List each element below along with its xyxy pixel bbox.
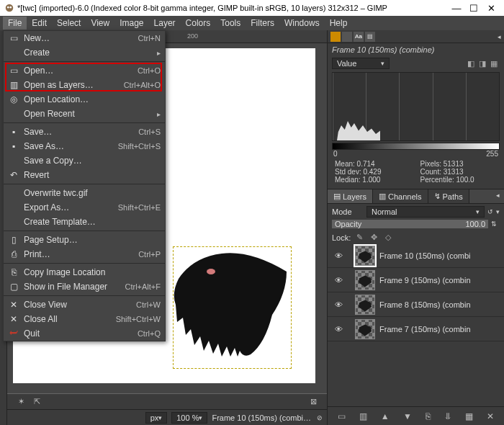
menu-colors[interactable]: Colors [181, 17, 216, 30]
menu-item[interactable]: ⮨QuitCtrl+Q [4, 326, 165, 341]
menu-item[interactable]: ⎘Copy Image Location [4, 265, 165, 279]
menu-item-label: Print… [19, 249, 138, 259]
layer-name: Frame 7 (150ms) (combin [379, 325, 471, 334]
raise-layer-icon[interactable]: ▲ [381, 411, 390, 421]
menu-select[interactable]: Select [52, 17, 86, 30]
delete-layer-icon[interactable]: ✕ [487, 411, 494, 421]
visibility-eye-icon[interactable]: 👁 [332, 251, 345, 260]
quit-icon: ⮨ [8, 328, 19, 339]
color-swatch-icon[interactable] [330, 32, 341, 42]
menu-shortcut: Ctrl+S [138, 128, 161, 136]
menu-separator [4, 184, 165, 184]
menu-item[interactable]: ▯Page Setup… [4, 233, 165, 247]
layer-row[interactable]: 👁Frame 7 (150ms) (combin [328, 317, 504, 341]
menu-item-label: Save… [19, 127, 138, 137]
minimize-button[interactable]: — [448, 3, 465, 14]
maximize-button[interactable]: ☐ [465, 3, 482, 14]
visibility-eye-icon[interactable]: 👁 [332, 300, 345, 309]
layer-row[interactable]: 👁Frame 8 (150ms) (combin [328, 292, 504, 317]
hist-linear-icon[interactable]: ◧ [465, 59, 477, 68]
menu-filters[interactable]: Filters [246, 17, 279, 30]
align-icon[interactable]: ⇱ [29, 397, 45, 406]
menu-item[interactable]: ▪Save As…Shift+Ctrl+S [4, 139, 165, 153]
layer-thumbnail[interactable] [355, 270, 375, 290]
new-layer-icon[interactable]: ▭ [338, 411, 346, 421]
delete-icon[interactable]: ⊠ [305, 397, 321, 406]
history-tab-icon[interactable]: ▤ [365, 32, 375, 42]
histogram[interactable] [332, 72, 500, 141]
channel-value: Value [337, 59, 356, 68]
layer-row[interactable]: 👁Frame 10 (150ms) (combi [328, 243, 504, 268]
mask-icon[interactable]: ▦ [465, 411, 473, 421]
mode-menu-icon[interactable]: ▾ [496, 208, 500, 215]
merge-down-icon[interactable]: ⥥ [444, 411, 451, 421]
menu-item[interactable]: Create▸ [4, 45, 165, 60]
font-tab-icon[interactable]: Aa [354, 32, 364, 42]
dock-top-toolbar: Aa ▤ ◂ [328, 30, 504, 43]
menu-item[interactable]: ▢Show in File ManagerCtrl+Alt+F [4, 279, 165, 294]
layer-thumbnail[interactable] [355, 295, 375, 315]
menu-tools[interactable]: Tools [215, 17, 246, 30]
menu-item[interactable]: Export As…Shift+Ctrl+E [4, 200, 165, 215]
tab-paths[interactable]: ↯ Paths [428, 189, 469, 203]
mode-select[interactable]: Normal▾ [366, 206, 485, 218]
lock-paint-icon[interactable]: ✎ [354, 233, 365, 242]
menu-item[interactable]: ▭New…Ctrl+N [4, 31, 165, 45]
menu-view[interactable]: View [86, 17, 114, 30]
opacity-spinner-icon[interactable]: ⇅ [488, 220, 500, 228]
channel-select[interactable]: Value▾ [332, 58, 390, 69]
brush-preset-icon[interactable] [342, 32, 352, 42]
menu-item[interactable]: ⎙Print…Ctrl+P [4, 247, 165, 261]
menu-item[interactable]: ▭Open…Ctrl+O [4, 63, 165, 78]
menu-item[interactable]: ▥Open as Layers…Ctrl+Alt+O [4, 78, 165, 92]
menu-shortcut: Ctrl+Q [138, 329, 161, 338]
menu-item[interactable]: Save a Copy… [4, 153, 165, 168]
zoom-select[interactable]: 100 % ▾ [171, 412, 207, 424]
histogram-title: Frame 10 (150ms) (combine) [328, 43, 504, 56]
dock-tab-menu-icon[interactable]: ◂ [492, 189, 504, 203]
visibility-eye-icon[interactable]: 👁 [332, 276, 345, 285]
dock-menu-icon[interactable]: ◂ [498, 33, 501, 40]
menu-shortcut: Ctrl+Alt+F [125, 282, 161, 291]
menu-windows[interactable]: Windows [279, 17, 325, 30]
visibility-eye-icon[interactable]: 👁 [332, 325, 345, 334]
menu-layer[interactable]: Layer [149, 17, 181, 30]
duplicate-layer-icon[interactable]: ⎘ [426, 411, 431, 421]
menu-item[interactable]: Create Template… [4, 215, 165, 229]
cancel-icon[interactable]: ⊘ [317, 414, 323, 421]
lock-alpha-icon[interactable]: ◇ [382, 233, 394, 242]
menu-image[interactable]: Image [114, 17, 148, 30]
menu-item[interactable]: Open Recent▸ [4, 107, 165, 121]
tab-layers[interactable]: ▤ Layers [328, 189, 373, 203]
menu-item[interactable]: ▪Save…Ctrl+S [4, 125, 165, 139]
tab-channels[interactable]: ▥ Channels [373, 189, 428, 203]
layer-thumbnail[interactable] [355, 246, 375, 266]
menu-edit[interactable]: Edit [27, 17, 52, 30]
mode-reset-icon[interactable]: ↺ [485, 208, 496, 215]
opacity-slider[interactable]: Opacity100.0 [332, 220, 488, 228]
menu-item[interactable]: ✕Close AllShift+Ctrl+W [4, 312, 165, 326]
svg-point-0 [6, 4, 14, 12]
menu-item-label: Save As… [19, 141, 118, 151]
crosshair-icon[interactable]: ✶ [13, 397, 29, 406]
layer-row[interactable]: 👁Frame 9 (150ms) (combin [328, 268, 504, 292]
layer-thumbnail[interactable] [355, 319, 375, 339]
print-icon: ⎙ [8, 249, 19, 259]
lock-move-icon[interactable]: ✥ [368, 233, 379, 242]
lower-layer-icon[interactable]: ▼ [403, 411, 412, 421]
menu-help[interactable]: Help [325, 17, 353, 30]
menu-shortcut: Ctrl+W [136, 300, 161, 309]
menu-file[interactable]: File [3, 17, 27, 30]
open-icon: ▭ [8, 66, 19, 76]
dock-tabs: ▤ Layers ▥ Channels ↯ Paths ◂ [328, 189, 504, 204]
menu-item[interactable]: ◎Open Location… [4, 92, 165, 107]
histogram-gradient[interactable] [332, 143, 500, 150]
menu-item[interactable]: Overwrite twc.gif [4, 186, 165, 200]
hist-rgb-icon[interactable]: ▦ [488, 59, 500, 68]
layer-group-icon[interactable]: ▥ [359, 411, 367, 421]
unit-select[interactable]: px ▾ [145, 412, 168, 424]
close-button[interactable]: ✕ [482, 3, 500, 14]
menu-item[interactable]: ↶Revert [4, 168, 165, 182]
hist-log-icon[interactable]: ◨ [477, 59, 488, 68]
menu-item[interactable]: ✕Close ViewCtrl+W [4, 298, 165, 312]
